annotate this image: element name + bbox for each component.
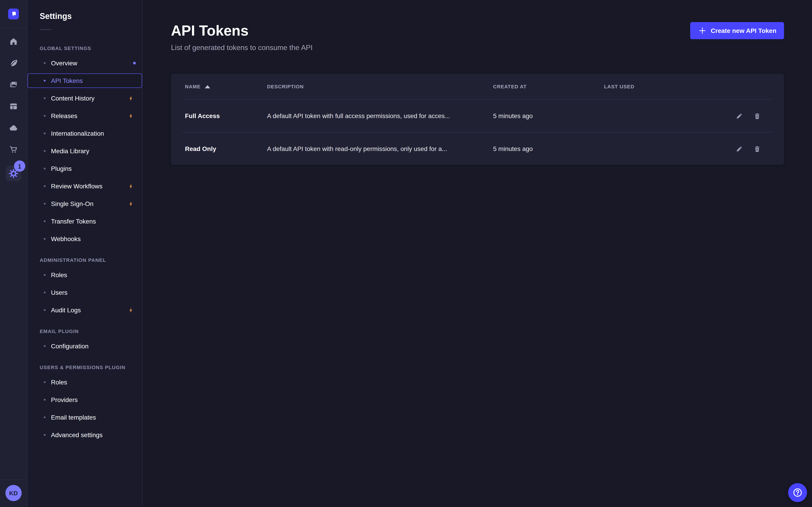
images-icon <box>9 80 18 90</box>
lightning-icon <box>128 95 134 101</box>
bullet-icon <box>44 345 46 347</box>
table-row-read-only[interactable]: Read Only A default API token with read-… <box>171 132 784 165</box>
strapi-logo[interactable] <box>8 9 19 19</box>
sidebar-item-up-advanced-settings[interactable]: Advanced settings <box>28 428 142 442</box>
sidebar-item-media-library[interactable]: Media Library <box>28 144 142 158</box>
nav-deployments-button[interactable] <box>6 121 21 135</box>
bullet-icon <box>44 238 46 240</box>
token-description: A default API token with full access per… <box>267 112 493 119</box>
sidebar-item-up-email-templates[interactable]: Email templates <box>28 410 142 425</box>
bullet-icon <box>44 309 46 311</box>
trash-icon <box>753 112 761 120</box>
nav-content-type-builder-button[interactable] <box>6 99 21 114</box>
pencil-icon <box>735 112 743 120</box>
bullet-icon <box>44 115 46 117</box>
lightning-icon <box>128 307 134 313</box>
bullet-icon <box>44 97 46 99</box>
cart-icon <box>9 145 18 155</box>
help-button[interactable] <box>788 483 807 502</box>
column-header-created-at: CREATED AT <box>493 84 604 89</box>
sidebar-item-admin-users[interactable]: Users <box>28 285 142 300</box>
section-label-email-plugin: EMAIL PLUGIN <box>40 328 142 334</box>
question-circle-icon <box>792 487 803 498</box>
settings-notification-badge: 1 <box>14 160 25 172</box>
feather-pen-icon <box>9 58 18 68</box>
trash-icon <box>753 145 761 153</box>
nav-settings-button[interactable]: 1 <box>6 166 21 181</box>
bullet-icon <box>44 203 46 205</box>
delete-token-button[interactable] <box>750 109 764 123</box>
plus-icon <box>698 26 707 35</box>
table-header-row: NAME DESCRIPTION CREATED AT LAST USED <box>171 74 784 99</box>
divider <box>0 27 27 28</box>
rail-bottom: KD <box>0 480 27 507</box>
app: 1 KD Settings GLOBAL SETTINGS Overview A… <box>0 0 812 507</box>
sidebar-item-email-configuration[interactable]: Configuration <box>28 339 142 353</box>
sidebar-item-internationalization[interactable]: Internationalization <box>28 126 142 140</box>
lightning-icon <box>128 183 134 189</box>
sidebar-item-overview[interactable]: Overview <box>28 56 142 70</box>
row-actions <box>705 142 784 156</box>
token-description: A default API token with read-only permi… <box>267 145 493 152</box>
user-avatar[interactable]: KD <box>5 485 22 501</box>
sidebar-item-single-sign-on[interactable]: Single Sign-On <box>28 196 142 211</box>
lightning-icon <box>128 113 134 119</box>
token-created-at: 5 minutes ago <box>493 145 604 152</box>
bullet-icon <box>44 274 46 276</box>
bullet-icon <box>44 292 46 293</box>
create-api-token-button[interactable]: Create new API Token <box>690 22 784 39</box>
edit-token-button[interactable] <box>732 142 746 156</box>
token-name: Full Access <box>185 112 267 119</box>
row-actions <box>705 109 784 123</box>
api-tokens-table: NAME DESCRIPTION CREATED AT LAST USED Fu… <box>171 74 784 165</box>
bullet-icon <box>44 185 46 187</box>
column-header-name[interactable]: NAME <box>185 84 267 89</box>
sidebar-item-webhooks[interactable]: Webhooks <box>28 232 142 246</box>
sidebar-item-transfer-tokens[interactable]: Transfer Tokens <box>28 214 142 228</box>
sidebar-item-admin-roles[interactable]: Roles <box>28 268 142 282</box>
sidebar-item-content-history[interactable]: Content History <box>28 91 142 105</box>
divider <box>0 480 27 480</box>
sidebar-item-releases[interactable]: Releases <box>28 109 142 123</box>
bullet-icon <box>44 220 46 222</box>
pencil-icon <box>735 145 743 153</box>
sidebar-item-up-providers[interactable]: Providers <box>28 393 142 407</box>
bullet-icon <box>44 416 46 418</box>
bullet-icon <box>44 150 46 152</box>
section-label-users-permissions-plugin: USERS & PERMISSIONS PLUGIN <box>40 364 142 371</box>
nav-marketplace-button[interactable] <box>6 143 21 157</box>
sidebar-item-api-tokens[interactable]: API Tokens <box>28 73 142 88</box>
bullet-icon <box>44 399 46 401</box>
token-created-at: 5 minutes ago <box>493 112 604 119</box>
table-row-full-access[interactable]: Full Access A default API token with ful… <box>171 100 784 132</box>
main-content: API Tokens List of generated tokens to c… <box>143 0 812 507</box>
nav-home-button[interactable] <box>6 34 21 49</box>
home-icon <box>9 37 18 46</box>
bullet-icon <box>44 434 46 436</box>
sort-ascending-icon <box>205 85 210 88</box>
main-nav-rail: 1 KD <box>0 0 28 507</box>
delete-token-button[interactable] <box>750 142 764 156</box>
token-name: Read Only <box>185 145 267 152</box>
nav-content-manager-button[interactable] <box>6 56 21 70</box>
bullet-icon <box>44 381 46 383</box>
nav-media-library-button[interactable] <box>6 77 21 92</box>
sidebar-item-audit-logs[interactable]: Audit Logs <box>28 303 142 317</box>
page-subtitle: List of generated tokens to consume the … <box>171 42 784 53</box>
sidebar-item-up-roles[interactable]: Roles <box>28 375 142 389</box>
bullet-icon <box>44 62 46 64</box>
column-header-last-used: LAST USED <box>604 84 705 89</box>
column-header-description: DESCRIPTION <box>267 84 493 89</box>
settings-subnav: Settings GLOBAL SETTINGS Overview API To… <box>28 0 143 507</box>
divider <box>40 29 51 30</box>
bullet-icon <box>44 168 46 169</box>
bullet-icon <box>44 132 46 134</box>
strapi-logo-icon <box>10 10 17 17</box>
sidebar-item-plugins[interactable]: Plugins <box>28 161 142 176</box>
notification-dot-icon <box>133 62 136 64</box>
lightning-icon <box>128 201 134 207</box>
sidebar-item-review-workflows[interactable]: Review Workflows <box>28 179 142 193</box>
layout-icon <box>9 101 18 111</box>
edit-token-button[interactable] <box>732 109 746 123</box>
cloud-icon <box>9 123 18 133</box>
